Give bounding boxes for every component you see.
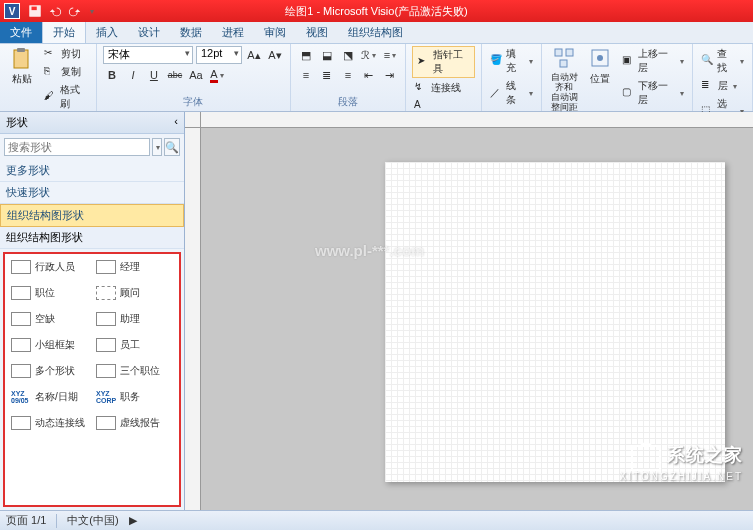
chevron-left-icon[interactable]: ‹	[174, 115, 178, 130]
search-dropdown[interactable]	[152, 138, 162, 156]
svg-rect-2	[14, 50, 28, 68]
title-bar: V 绘图1 - Microsoft Visio(产品激活失败)	[0, 0, 753, 22]
text-direction-button[interactable]: ℛ	[360, 46, 378, 64]
shape-label: 职务	[120, 390, 140, 404]
shape-master[interactable]: 助理	[96, 312, 173, 326]
svg-point-8	[597, 55, 603, 61]
shape-master[interactable]: 小组框架	[11, 338, 88, 352]
search-button[interactable]: 🔍	[164, 138, 180, 156]
tab-design[interactable]: 设计	[128, 22, 170, 43]
decrease-indent-button[interactable]: ⇤	[360, 66, 378, 84]
shape-master[interactable]: 行政人员	[11, 260, 88, 274]
bold-button[interactable]: B	[103, 66, 121, 84]
svg-rect-4	[555, 49, 562, 56]
font-case-button[interactable]: Aa	[187, 66, 205, 84]
align-right-button[interactable]: ≡	[339, 66, 357, 84]
canvas-area[interactable]: www.pl-***.com 系统之家 XITONGZHIJIA.NET	[185, 112, 753, 510]
save-icon[interactable]	[28, 4, 42, 18]
connector-icon: ↯	[414, 81, 428, 95]
shape-thumb-icon	[11, 260, 31, 274]
cat-more[interactable]: 更多形状	[0, 160, 184, 182]
shape-master[interactable]: 动态连接线	[11, 416, 88, 430]
cut-button[interactable]: ✂剪切	[42, 46, 90, 62]
align-left-button[interactable]: ≡	[297, 66, 315, 84]
align-top-button[interactable]: ⬒	[297, 46, 315, 64]
page-indicator[interactable]: 页面 1/1	[6, 513, 46, 528]
align-bottom-button[interactable]: ⬔	[339, 46, 357, 64]
position-button[interactable]: 位置	[584, 46, 616, 86]
shrink-font-button[interactable]: A▾	[266, 46, 284, 64]
line-button[interactable]: ／线条	[488, 78, 535, 108]
shape-master[interactable]: 多个形状	[11, 364, 88, 378]
drawing-page[interactable]	[385, 162, 725, 482]
pointer-tool-button[interactable]: ➤指针工具	[412, 46, 475, 78]
ribbon: 粘贴 ✂剪切 ⎘复制 🖌格式刷 剪贴板 宋体 12pt A▴ A▾ B I U …	[0, 44, 753, 112]
tab-data[interactable]: 数据	[170, 22, 212, 43]
format-painter-button[interactable]: 🖌格式刷	[42, 82, 90, 112]
shape-master[interactable]: 虚线报告	[96, 416, 173, 430]
search-input[interactable]	[4, 138, 150, 156]
workspace: 形状 ‹ 🔍 更多形状 快速形状 组织结构图形状 组织结构图形状 行政人员经理职…	[0, 112, 753, 510]
align-middle-button[interactable]: ⬓	[318, 46, 336, 64]
stencil-header[interactable]: 组织结构图形状	[0, 227, 184, 249]
shape-master[interactable]: 经理	[96, 260, 173, 274]
tab-file[interactable]: 文件	[0, 22, 42, 43]
cat-quick[interactable]: 快速形状	[0, 182, 184, 204]
paste-label: 粘贴	[12, 72, 32, 86]
layers-button[interactable]: ≣层	[699, 78, 739, 94]
tab-review[interactable]: 审阅	[254, 22, 296, 43]
strike-button[interactable]: abc	[166, 66, 184, 84]
shape-label: 经理	[120, 260, 140, 274]
font-color-button[interactable]: A	[208, 66, 226, 84]
shapes-pane-title: 形状 ‹	[0, 112, 184, 134]
shape-master[interactable]: XYZ 09/05名称/日期	[11, 390, 88, 404]
bring-forward-button[interactable]: ▣上移一层	[620, 46, 686, 76]
undo-icon[interactable]	[48, 4, 62, 18]
find-button[interactable]: 🔍查找	[699, 46, 746, 76]
macro-icon[interactable]: ▶	[129, 514, 137, 527]
shape-master[interactable]: 职位	[11, 286, 88, 300]
shape-thumb-icon: XYZ CORP	[96, 390, 116, 404]
redo-icon[interactable]	[68, 4, 82, 18]
shape-master[interactable]: 顾问	[96, 286, 173, 300]
shape-thumb-icon	[96, 364, 116, 378]
underline-button[interactable]: U	[145, 66, 163, 84]
font-size-combo[interactable]: 12pt	[196, 46, 242, 64]
shape-thumb-icon: XYZ 09/05	[11, 390, 31, 404]
bullets-button[interactable]: ≡	[381, 46, 399, 64]
shape-label: 名称/日期	[35, 390, 78, 404]
language-indicator[interactable]: 中文(中国)	[67, 513, 118, 528]
grow-font-button[interactable]: A▴	[245, 46, 263, 64]
qat-more-icon[interactable]	[88, 4, 102, 18]
increase-indent-button[interactable]: ⇥	[381, 66, 399, 84]
site-logo: 系统之家 XITONGZHIJIA.NET	[620, 443, 744, 482]
cat-org[interactable]: 组织结构图形状	[0, 204, 184, 227]
separator	[56, 514, 57, 528]
shape-thumb-icon	[96, 286, 116, 300]
send-backward-button[interactable]: ▢下移一层	[620, 78, 686, 108]
tab-orgchart[interactable]: 组织结构图	[338, 22, 413, 43]
shape-master[interactable]: 员工	[96, 338, 173, 352]
connector-tool-button[interactable]: ↯连接线	[412, 80, 463, 96]
tab-process[interactable]: 进程	[212, 22, 254, 43]
tab-home[interactable]: 开始	[42, 21, 86, 43]
fill-button[interactable]: 🪣填充	[488, 46, 535, 76]
window-title: 绘图1 - Microsoft Visio(产品激活失败)	[0, 4, 753, 19]
shape-master[interactable]: XYZ CORP职务	[96, 390, 173, 404]
font-name-combo[interactable]: 宋体	[103, 46, 193, 64]
shape-master[interactable]: 空缺	[11, 312, 88, 326]
shape-master[interactable]: 三个职位	[96, 364, 173, 378]
tab-view[interactable]: 视图	[296, 22, 338, 43]
copy-button[interactable]: ⎘复制	[42, 64, 90, 80]
line-icon: ／	[490, 86, 503, 100]
layers-icon: ≣	[701, 79, 715, 93]
vertical-ruler	[185, 128, 201, 510]
auto-align-button[interactable]: 自动对齐和自动调整间距	[548, 46, 580, 112]
group-arrange: 自动对齐和自动调整间距 位置 ▣上移一层 ▢下移一层 ⧉组合 排列	[542, 44, 693, 111]
shape-label: 助理	[120, 312, 140, 326]
align-center-button[interactable]: ≣	[318, 66, 336, 84]
italic-button[interactable]: I	[124, 66, 142, 84]
paste-button[interactable]: 粘贴	[6, 46, 38, 86]
tab-insert[interactable]: 插入	[86, 22, 128, 43]
shape-label: 小组框架	[35, 338, 75, 352]
